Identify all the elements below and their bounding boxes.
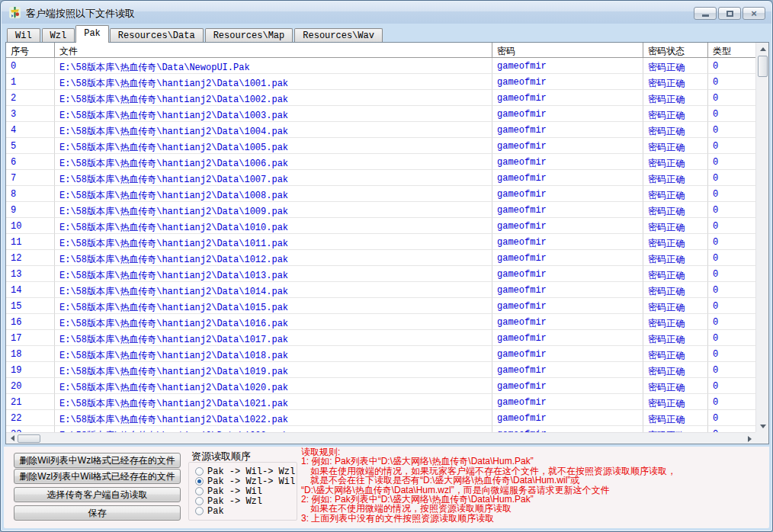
minimize-button[interactable] <box>694 7 717 20</box>
cell-index: 18 <box>6 346 55 362</box>
close-icon: × <box>751 8 757 18</box>
tab-wil[interactable]: Wil <box>7 28 40 43</box>
vertical-scroll-thumb[interactable] <box>758 56 768 77</box>
cell-index: 3 <box>6 106 55 122</box>
caption-buttons: × <box>694 7 765 20</box>
save-button[interactable]: 保存 <box>14 505 181 521</box>
tab-resources-wav[interactable]: Resources\Wav <box>294 28 383 43</box>
table-row[interactable]: 11E:\58版本库\热血传奇\hantianj2\Data\1011.pakg… <box>6 234 755 250</box>
cell-status: 密码正确 <box>643 154 708 170</box>
table-row[interactable]: 7E:\58版本库\热血传奇\hantianj2\Data\1007.pakga… <box>6 170 755 186</box>
cell-file: E:\58版本库\热血传奇\hantianj2\Data\1001.pak <box>55 74 492 90</box>
horizontal-scroll-thumb[interactable] <box>18 434 40 443</box>
radio-option[interactable]: Pak -> Wil-> Wzl <box>195 466 297 476</box>
cell-password: gameofmir <box>492 298 643 314</box>
cell-type: 0 <box>708 346 755 362</box>
cell-index: 15 <box>6 298 55 314</box>
table-row[interactable]: 17E:\58版本库\热血传奇\hantianj2\Data\1017.pakg… <box>6 330 755 346</box>
tab-pak[interactable]: Pak <box>75 25 109 43</box>
cell-status: 密码正确 <box>643 266 708 282</box>
radio-option[interactable]: Pak -> Wzl <box>195 496 297 506</box>
table-row[interactable]: 19E:\58版本库\热血传奇\hantianj2\Data\1019.pakg… <box>6 362 755 378</box>
table-row[interactable]: 5E:\58版本库\热血传奇\hantianj2\Data\1005.pakga… <box>6 138 755 154</box>
cell-password: gameofmir <box>492 234 643 250</box>
table-row[interactable]: 12E:\58版本库\热血传奇\hantianj2\Data\1012.pakg… <box>6 250 755 266</box>
app-icon <box>8 6 21 19</box>
table-row[interactable]: 10E:\58版本库\热血传奇\hantianj2\Data\1010.pakg… <box>6 218 755 234</box>
cell-status: 密码正确 <box>643 362 708 378</box>
delete-wil-dup-in-wzl-button[interactable]: 删除Wzl列表中Wil格式已经存在的文件 <box>14 469 181 484</box>
table-row[interactable]: 2E:\58版本库\热血传奇\hantianj2\Data\1002.pakga… <box>6 90 755 106</box>
maximize-button[interactable] <box>718 7 741 20</box>
scroll-right-button[interactable] <box>743 433 755 444</box>
cell-file: E:\58版本库\热血传奇\hantianj2\Data\1023.pak <box>55 426 492 432</box>
cell-index: 7 <box>6 170 55 186</box>
column-header-file[interactable]: 文件 <box>55 43 492 58</box>
cell-file: E:\58版本库\热血传奇\hantianj2\Data\1013.pak <box>55 266 492 282</box>
table-row[interactable]: 3E:\58版本库\热血传奇\hantianj2\Data\1003.pakga… <box>6 106 755 122</box>
tab-wzl[interactable]: Wzl <box>42 28 75 43</box>
table-row[interactable]: 18E:\58版本库\热血传奇\hantianj2\Data\1018.pakg… <box>6 346 755 362</box>
delete-wzl-dup-in-wil-button[interactable]: 删除Wil列表中Wzl格式已经存在的文件 <box>14 453 181 468</box>
rules-line: 就是不会在往下读取是否有“D:\盛大网络\热血传奇\Data\Hum.wil”或 <box>301 476 766 485</box>
rules-line: 3: 上面列表中没有的文件按照资源读取顺序读取 <box>301 514 766 523</box>
cell-status: 密码正确 <box>643 298 708 314</box>
scroll-left-button[interactable] <box>6 433 18 444</box>
table-row[interactable]: 6E:\58版本库\热血传奇\hantianj2\Data\1006.pakga… <box>6 154 755 170</box>
close-button[interactable]: × <box>743 7 765 20</box>
cell-file: E:\58版本库\热血传奇\hantianj2\Data\1004.pak <box>55 122 492 138</box>
radio-option[interactable]: Pak <box>195 506 297 516</box>
arrow-down-icon <box>760 425 766 431</box>
table-row[interactable]: 20E:\58版本库\热血传奇\hantianj2\Data\1020.pakg… <box>6 378 755 394</box>
table-row[interactable]: 0E:\58版本库\热血传奇\Data\NewopUI.Pakgameofmir… <box>6 58 755 74</box>
cell-file: E:\58版本库\热血传奇\hantianj2\Data\1005.pak <box>55 138 492 154</box>
table-row[interactable]: 1E:\58版本库\热血传奇\hantianj2\Data\1001.pakga… <box>6 74 755 90</box>
horizontal-scrollbar[interactable] <box>6 432 755 444</box>
cell-index: 10 <box>6 218 55 234</box>
column-header-type[interactable]: 类型 <box>708 43 755 58</box>
cell-file: E:\58版本库\热血传奇\hantianj2\Data\1006.pak <box>55 154 492 170</box>
read-order-radio-group: Pak -> Wil-> WzlPak -> Wzl-> WilPak -> W… <box>188 462 297 521</box>
column-header-password[interactable]: 密码 <box>492 43 643 58</box>
table-row[interactable]: 21E:\58版本库\热血传奇\hantianj2\Data\1021.pakg… <box>6 394 755 410</box>
cell-file: E:\58版本库\热血传奇\hantianj2\Data\1002.pak <box>55 90 492 106</box>
column-header-index[interactable]: 序号 <box>6 43 55 58</box>
table-row[interactable]: 8E:\58版本库\热血传奇\hantianj2\Data\1008.pakga… <box>6 186 755 202</box>
table-row[interactable]: 9E:\58版本库\热血传奇\hantianj2\Data\1009.pakga… <box>6 202 755 218</box>
cell-password: gameofmir <box>492 394 643 410</box>
cell-type: 0 <box>708 426 755 432</box>
scroll-up-button[interactable] <box>756 43 769 55</box>
table-row[interactable]: 16E:\58版本库\热血传奇\hantianj2\Data\1016.pakg… <box>6 314 755 330</box>
cell-status: 密码正确 <box>643 394 708 410</box>
arrow-left-icon <box>8 435 14 441</box>
cell-status: 密码正确 <box>643 250 708 266</box>
radio-option[interactable]: Pak -> Wzl-> Wil <box>195 476 297 486</box>
table-row[interactable]: 15E:\58版本库\热血传奇\hantianj2\Data\1015.pakg… <box>6 298 755 314</box>
rules-line: 如果在不使用微端的情况，按照资源读取顺序读取 <box>301 504 766 513</box>
table-row[interactable]: 23E:\58版本库\热血传奇\hantianj2\Data\1023.pakg… <box>6 426 755 432</box>
radio-button-icon <box>195 477 204 486</box>
cell-file: E:\58版本库\热血传奇\hantianj2\Data\1017.pak <box>55 330 492 346</box>
vertical-scrollbar[interactable] <box>755 43 768 432</box>
table-row[interactable]: 4E:\58版本库\热血传奇\hantianj2\Data\1004.pakga… <box>6 122 755 138</box>
cell-password: gameofmir <box>492 426 643 432</box>
radio-option[interactable]: Pak -> Wil <box>195 486 297 496</box>
column-header-status[interactable]: 密码状态 <box>643 43 708 58</box>
tab-resources-data[interactable]: Resources\Data <box>110 28 204 43</box>
table-row[interactable]: 22E:\58版本库\热血传奇\hantianj2\Data\1022.pakg… <box>6 410 755 426</box>
tab-resources-map[interactable]: Resources\Map <box>205 28 293 43</box>
cell-status: 密码正确 <box>643 378 708 394</box>
cell-password: gameofmir <box>492 106 643 122</box>
radio-option-label: Pak <box>207 506 224 517</box>
select-client-auto-read-button[interactable]: 选择传奇客户端自动读取 <box>14 487 181 502</box>
cell-status: 密码正确 <box>643 282 708 298</box>
cell-status: 密码正确 <box>643 186 708 202</box>
table-row[interactable]: 13E:\58版本库\热血传奇\hantianj2\Data\1013.pakg… <box>6 266 755 282</box>
cell-type: 0 <box>708 186 755 202</box>
cell-status: 密码正确 <box>643 426 708 432</box>
scroll-down-button[interactable] <box>756 420 769 432</box>
table-row[interactable]: 14E:\58版本库\热血传奇\hantianj2\Data\1014.pakg… <box>6 282 755 298</box>
cell-index: 4 <box>6 122 55 138</box>
cell-index: 20 <box>6 378 55 394</box>
title-bar[interactable]: 客户端按照以下文件读取 × <box>2 2 771 24</box>
